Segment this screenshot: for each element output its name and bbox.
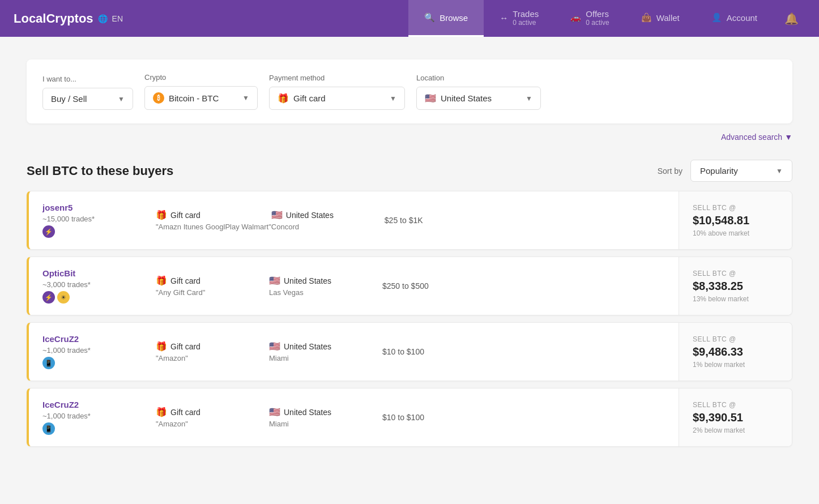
listing-location: 🇺🇸 United States Miami [269,341,382,362]
payment-name-label: Gift card [170,342,201,351]
us-flag-icon: 🇺🇸 [425,93,436,104]
flag-icon: 🇺🇸 [269,407,280,417]
payment-name: 🎁 Gift card [156,341,269,352]
tab-offers[interactable]: 🚗 Offers 0 active [554,0,625,37]
listing-card[interactable]: IceCruZ2 ~1,000 trades* 📱 🎁 Gift card "A… [27,322,792,381]
advanced-search-button[interactable]: Advanced search ▼ [721,133,792,142]
tab-wallet-label: Wallet [656,13,680,23]
location-city: Las Vegas [269,288,382,297]
listing-trades: ~1,000 trades* [42,412,156,420]
tab-trades-label: Trades [513,9,539,19]
filter-payment-select[interactable]: 🎁 Gift card ▼ [269,87,405,110]
flag-icon: 🇺🇸 [269,275,280,286]
listing-main: OpticBit ~3,000 trades* ⚡☀ 🎁 Gift card "… [29,257,679,315]
advanced-search-arrow-icon: ▼ [784,133,792,142]
chevron-down-icon: ▼ [776,167,783,175]
tab-browse[interactable]: 🔍 Browse [408,0,484,37]
listing-username[interactable]: IceCruZ2 [42,334,156,344]
listing-username[interactable]: josenr5 [42,203,156,212]
user-badge: ⚡ [42,291,55,304]
filter-crypto-select[interactable]: ₿ Bitcoin - BTC ▼ [144,86,258,110]
chevron-down-icon: ▼ [526,95,532,102]
payment-name: 🎁 Gift card [156,275,269,286]
price-label: SELL BTC @ [693,401,736,409]
wallet-icon: 👜 [641,12,652,23]
listing-price-box: SELL BTC @ $8,338.25 13% below market [679,257,792,315]
listing-trades: ~1,000 trades* [42,346,156,354]
listing-payment: 🎁 Gift card "Amazon" [156,407,269,428]
filter-action-select[interactable]: Buy / Sell ▼ [42,88,133,110]
listing-user: josenr5 ~15,000 trades* ⚡ [42,203,156,238]
listing-card[interactable]: josenr5 ~15,000 trades* ⚡ 🎁 Gift card "A… [27,191,792,250]
filter-payment-label: Payment method [269,74,405,82]
offers-icon: 🚗 [570,12,581,23]
location-city: Miami [269,354,382,362]
tab-account-label: Account [727,13,757,23]
filter-action: I want to... Buy / Sell ▼ [42,75,133,110]
listing-user: IceCruZ2 ~1,000 trades* 📱 [42,400,156,435]
filter-crypto: Crypto ₿ Bitcoin - BTC ▼ [144,73,258,110]
listing-username[interactable]: IceCruZ2 [42,400,156,409]
filter-action-value: Buy / Sell [51,94,87,104]
sort-select[interactable]: Popularity ▼ [690,160,792,182]
user-badge: ☀ [57,291,70,304]
payment-detail: "Amazon" [156,354,269,362]
listing-trades: ~3,000 trades* [42,280,156,289]
filters-panel: I want to... Buy / Sell ▼ Crypto ₿ Bitco… [27,59,792,123]
listing-limits: $25 to $1K [385,216,464,225]
tab-trades-sub: 0 active [513,19,539,27]
listing-payment: 🎁 Gift card "Amazon" [156,341,269,362]
filter-location-label: Location [416,74,541,82]
notifications-bell[interactable]: 🔔 [778,12,805,25]
price-amount: $9,390.51 [693,411,743,424]
listing-username[interactable]: OpticBit [42,268,156,278]
location-country: United States [286,211,334,220]
listing-limits: $250 to $500 [382,281,462,291]
lang-selector[interactable]: EN [112,14,123,23]
listing-limits: $10 to $100 [382,413,462,422]
location-city: Concord [271,223,385,231]
sort-label: Sort by [658,166,682,176]
location-country: United States [284,408,331,417]
gift-icon: 🎁 [156,210,167,220]
price-amount: $10,548.81 [693,214,749,227]
payment-detail: "Amazon" [156,420,269,428]
listing-price-box: SELL BTC @ $9,486.33 1% below market [679,323,792,381]
listing-location: 🇺🇸 United States Concord [271,210,385,231]
globe-icon: 🌐 [98,14,108,23]
location-name: 🇺🇸 United States [271,210,385,220]
listing-card[interactable]: IceCruZ2 ~1,000 trades* 📱 🎁 Gift card "A… [27,388,792,447]
listing-user-icons: 📱 [42,422,156,435]
chevron-down-icon: ▼ [390,95,396,102]
navbar: LocalCryptos 🌐 EN 🔍 Browse ↔ Trades 0 ac… [0,0,819,37]
tab-trades[interactable]: ↔ Trades 0 active [484,0,554,37]
tab-offers-label: Offers [586,9,609,19]
gift-icon: 🎁 [156,341,167,352]
nav-tabs: 🔍 Browse ↔ Trades 0 active 🚗 Offers 0 ac… [408,0,773,37]
listing-main: IceCruZ2 ~1,000 trades* 📱 🎁 Gift card "A… [29,323,679,381]
tab-account[interactable]: 👤 Account [696,0,773,37]
listing-payment: 🎁 Gift card "Amazn Itunes GooglPlay Walm… [156,210,271,231]
brand-logo[interactable]: LocalCryptos 🌐 EN [14,11,123,26]
listing-user-icons: ⚡ [42,225,156,238]
location-name: 🇺🇸 United States [269,341,382,352]
payment-detail: "Amazn Itunes GooglPlay Walmart" [156,223,271,231]
trades-icon: ↔ [500,13,508,23]
listing-user-icons: ⚡☀ [42,291,156,304]
filter-location-select[interactable]: 🇺🇸 United States ▼ [416,87,541,110]
price-market: 10% above market [693,229,749,237]
filter-action-label: I want to... [42,75,133,83]
tab-wallet[interactable]: 👜 Wallet [625,0,696,37]
listing-user-icons: 📱 [42,357,156,369]
listing-card[interactable]: OpticBit ~3,000 trades* ⚡☀ 🎁 Gift card "… [27,257,792,315]
location-name: 🇺🇸 United States [269,275,382,286]
listing-main: IceCruZ2 ~1,000 trades* 📱 🎁 Gift card "A… [29,388,679,446]
payment-name-label: Gift card [170,211,201,220]
price-market: 1% below market [693,361,745,369]
sort-group: Sort by Popularity ▼ [658,160,792,182]
price-amount: $9,486.33 [693,345,743,358]
location-country: United States [284,342,331,351]
listing-user: OpticBit ~3,000 trades* ⚡☀ [42,268,156,304]
payment-name-label: Gift card [170,276,201,285]
bitcoin-icon: ₿ [153,92,164,104]
